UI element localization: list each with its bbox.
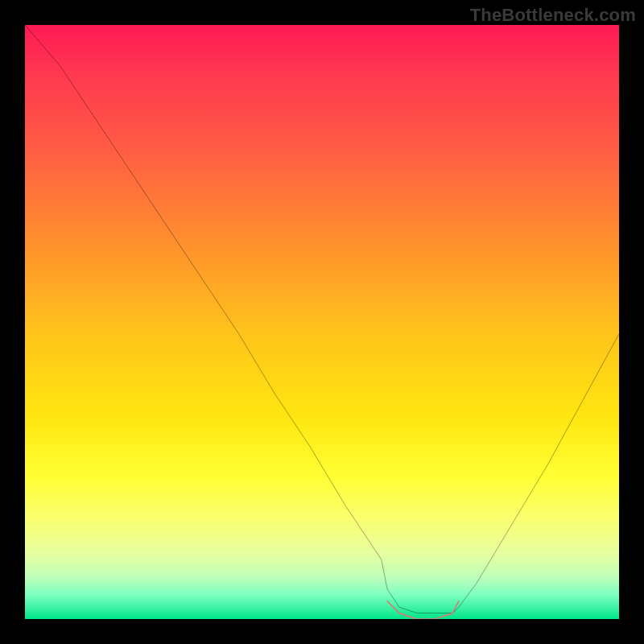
curve-path	[25, 25, 619, 613]
chart-frame: TheBottleneck.com	[0, 0, 644, 644]
watermark-text: TheBottleneck.com	[470, 5, 636, 26]
optimal-marker	[387, 601, 459, 619]
plot-area	[25, 25, 619, 619]
bottleneck-curve	[25, 25, 619, 619]
